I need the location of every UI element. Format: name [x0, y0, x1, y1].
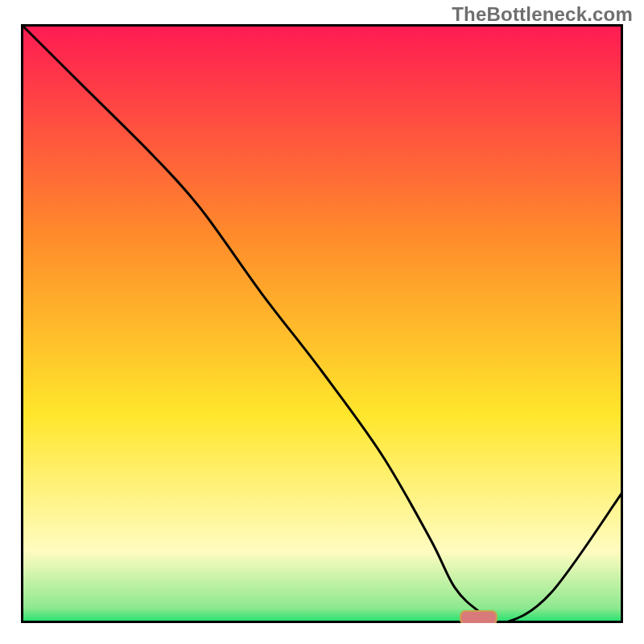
- chart-stage: TheBottleneck.com: [0, 0, 644, 644]
- chart-svg: [21, 24, 623, 623]
- optimal-marker: [460, 611, 497, 623]
- watermark-text: TheBottleneck.com: [452, 3, 633, 26]
- chart-plot-area: [21, 24, 623, 623]
